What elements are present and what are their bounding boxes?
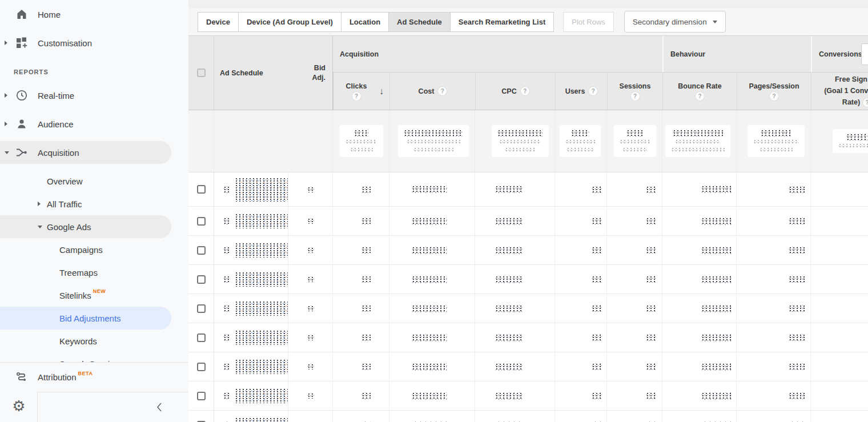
collapse-sidebar-icon[interactable] (155, 401, 163, 413)
sidebar-item-audience[interactable]: Audience (0, 112, 188, 135)
column-header-users[interactable]: Users (555, 73, 607, 110)
column-header-cpc[interactable]: CPC (475, 73, 555, 110)
redacted-total-bounce-rate (662, 110, 737, 172)
table-row[interactable] (188, 381, 868, 411)
help-icon[interactable] (770, 92, 778, 101)
select-all-checkbox[interactable] (197, 69, 206, 77)
table-row[interactable] (188, 172, 868, 207)
sidebar-item-campaigns[interactable]: Campaigns (0, 238, 188, 261)
tab-search-remarketing-list[interactable]: Search Remarketing List (450, 13, 553, 31)
tab-location[interactable]: Location (341, 13, 388, 31)
sidebar-item-real-time[interactable]: Real-time (0, 84, 188, 107)
redacted-clicks (333, 381, 389, 410)
redacted-bounce-rate (662, 294, 737, 323)
column-header-pages-session[interactable]: Pages/Session (737, 73, 811, 110)
dimension-header-cell: Ad Schedule Bid Adj. (214, 36, 333, 110)
beta-badge: BETA (78, 371, 93, 376)
table-row[interactable] (188, 352, 868, 381)
sidebar-item-customisation[interactable]: Customisation (0, 31, 188, 54)
table-row[interactable] (188, 265, 868, 294)
help-icon[interactable] (696, 92, 704, 101)
row-checkbox[interactable] (197, 275, 206, 284)
column-header-bounce-rate[interactable]: Bounce Rate (662, 73, 737, 110)
redacted-bounce-rate (662, 172, 737, 206)
redacted-conversion-rate (811, 236, 868, 264)
column-header-cost[interactable]: Cost (389, 73, 475, 110)
gear-icon[interactable] (10, 396, 27, 416)
sidebar-item-google-ads[interactable]: Google Ads (0, 215, 171, 238)
group-header-behaviour: Behaviour (662, 36, 811, 73)
redacted-dimension-label (214, 411, 288, 422)
new-badge: NEW (93, 288, 106, 294)
sidebar-item-label: Customisation (38, 38, 92, 48)
group-header-acquisition: Acquisition (333, 36, 662, 73)
redacted-dimension-label (214, 323, 288, 352)
sidebar-item-acquisition[interactable]: Acquisition (0, 141, 171, 164)
sidebar-item-sitelinks[interactable]: Sitelinks NEW (0, 284, 188, 307)
table-row[interactable] (188, 207, 868, 236)
sidebar-footer (0, 392, 188, 422)
sidebar-item-all-traffic[interactable]: All Traffic (0, 192, 188, 215)
sidebar-item-overview[interactable]: Overview (0, 170, 188, 192)
redacted-cpc (475, 294, 555, 323)
acquisition-icon (15, 146, 29, 159)
bid-adj-column-header[interactable]: Bid Adj. (305, 63, 326, 82)
redacted-bounce-rate (662, 323, 737, 352)
row-checkbox[interactable] (197, 246, 206, 255)
table-row[interactable] (188, 236, 868, 265)
table-body (188, 172, 868, 422)
row-checkbox[interactable] (197, 217, 206, 226)
tab-device-ad-group-level[interactable]: Device (Ad Group Level) (238, 13, 341, 31)
help-icon[interactable] (589, 87, 597, 95)
table-row[interactable] (188, 411, 868, 422)
tab-ad-schedule[interactable]: Ad Schedule (388, 13, 450, 31)
redacted-clicks (333, 352, 389, 381)
redacted-pages-session (737, 411, 811, 422)
sidebar-item-attribution[interactable]: Attribution BETA (0, 362, 188, 392)
chevron-right-icon (5, 93, 14, 98)
sidebar-item-keywords[interactable]: Keywords (0, 329, 188, 352)
sidebar-item-home[interactable]: Home (0, 3, 188, 26)
redacted-cpc (475, 265, 555, 294)
redacted-bounce-rate (662, 381, 737, 410)
table-row[interactable] (188, 294, 868, 323)
sidebar-item-bid-adjustments[interactable]: Bid Adjustments (0, 307, 171, 329)
help-icon[interactable] (863, 98, 868, 107)
redacted-total-users (555, 110, 607, 172)
row-checkbox[interactable] (197, 392, 206, 400)
tab-device[interactable]: Device (198, 13, 238, 31)
main-content: Device Device (Ad Group Level) Location … (188, 0, 868, 422)
column-header-sessions[interactable]: Sessions (607, 73, 662, 110)
plot-rows-button[interactable]: Plot Rows (563, 12, 614, 32)
redacted-bid-adj (288, 265, 333, 294)
redacted-total-sessions (607, 110, 662, 172)
redacted-cpc (475, 323, 555, 352)
table-row[interactable] (188, 323, 868, 352)
help-icon[interactable] (352, 92, 361, 101)
redacted-sessions (607, 323, 662, 352)
redacted-clicks (333, 207, 389, 235)
sidebar-item-search-queries[interactable]: Search Queries (0, 352, 188, 362)
data-table: Ad Schedule Bid Adj. Acquisition Behavio… (188, 35, 868, 422)
column-header-goal-conversion-rate[interactable]: Free Sign Up (Goal 1 Conversion Rate) (811, 73, 868, 110)
row-checkbox[interactable] (197, 185, 206, 194)
redacted-conversion-rate (811, 381, 868, 410)
ad-schedule-column-header[interactable]: Ad Schedule (220, 69, 263, 77)
row-checkbox[interactable] (197, 304, 206, 313)
help-icon[interactable] (438, 87, 447, 95)
secondary-dimension-dropdown[interactable]: Secondary dimension (624, 11, 726, 33)
redacted-users (555, 207, 607, 235)
row-checkbox[interactable] (197, 363, 206, 371)
redacted-total-clicks (333, 110, 389, 172)
redacted-bounce-rate (662, 411, 737, 422)
column-header-clicks[interactable]: Clicks (333, 73, 389, 110)
row-checkbox[interactable] (197, 333, 206, 342)
help-icon[interactable] (521, 87, 529, 95)
help-icon[interactable] (631, 92, 640, 101)
sort-descending-icon (379, 86, 384, 97)
redacted-bid-adj (288, 207, 333, 235)
clock-icon (15, 89, 29, 102)
sidebar-item-treemaps[interactable]: Treemaps (0, 261, 188, 284)
goal-selector-dropdown[interactable] (861, 43, 868, 65)
redacted-pages-session (737, 294, 811, 323)
